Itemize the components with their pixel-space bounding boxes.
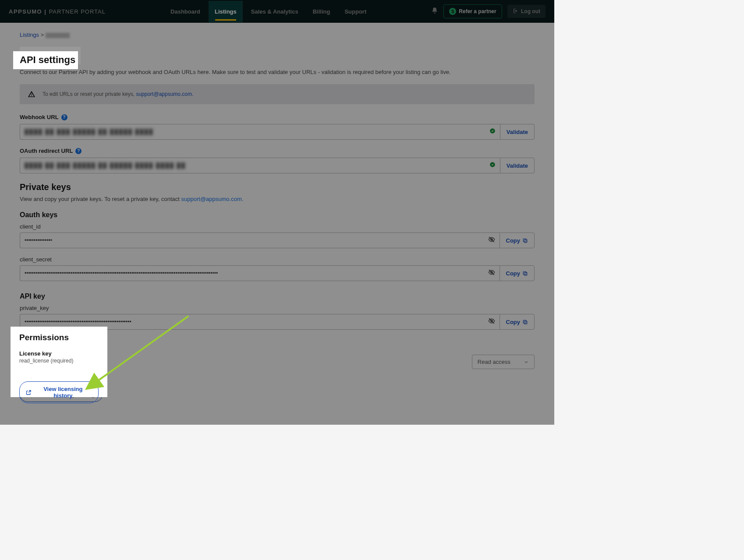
eye-off-icon[interactable]: [488, 317, 495, 326]
private-key-row: ••••••••••••••••••••••••••••••••••••••••…: [20, 314, 535, 330]
eye-off-icon[interactable]: [488, 236, 495, 245]
nav-listings[interactable]: Listings: [209, 1, 243, 22]
validate-oauth-button[interactable]: Validate: [500, 158, 535, 173]
client-secret-value: ••••••••••••••••••••••••••••••••••••••••…: [25, 270, 218, 276]
client-id-row: ••••••••••••••• Copy: [20, 232, 535, 248]
chevron-down-icon: [524, 359, 529, 365]
private-key-value: ••••••••••••••••••••••••••••••••••••••••…: [25, 319, 131, 325]
permissions-heading: Permissions: [20, 341, 535, 351]
client-id-input[interactable]: •••••••••••••••: [20, 232, 500, 248]
read-access-label: Read access: [478, 359, 510, 365]
copy-icon: [522, 319, 528, 325]
private-keys-heading: Private keys: [20, 182, 535, 192]
nav-support[interactable]: Support: [338, 1, 372, 22]
copy-private-key-button[interactable]: Copy: [500, 314, 535, 330]
webhook-url-row: ████ ██ ███ █████ ██ █████ ████ Validate: [20, 124, 535, 140]
help-icon[interactable]: ?: [61, 114, 67, 120]
brand-sep: |: [44, 8, 46, 15]
validated-check-icon: [489, 128, 496, 136]
copy-icon: [522, 271, 528, 276]
main-nav: Dashboard Listings Sales & Analytics Bil…: [164, 1, 372, 22]
alert-text: To edit URLs or reset your private keys,…: [43, 91, 193, 97]
client-secret-input[interactable]: ••••••••••••••••••••••••••••••••••••••••…: [20, 265, 500, 281]
oauth-url-value-redacted: ████ ██ ███ █████ ██ █████ ████ ████ ██: [25, 162, 186, 169]
top-nav-bar: APPSUMO | PARTNER PORTAL Dashboard Listi…: [0, 0, 554, 23]
client-secret-row: ••••••••••••••••••••••••••••••••••••••••…: [20, 265, 535, 281]
private-key-input[interactable]: ••••••••••••••••••••••••••••••••••••••••…: [20, 314, 500, 330]
oauth-url-row: ████ ██ ███ █████ ██ █████ ████ ████ ██ …: [20, 158, 535, 173]
svg-rect-12: [524, 321, 527, 324]
brand-logo: APPSUMO | PARTNER PORTAL: [9, 8, 106, 15]
breadcrumb-listings[interactable]: Listings: [20, 32, 39, 38]
webhook-url-label: Webhook URL ?: [20, 114, 535, 120]
client-id-label: client_id: [20, 223, 535, 230]
nav-sales-analytics[interactable]: Sales & Analytics: [245, 1, 305, 22]
app-window: APPSUMO | PARTNER PORTAL Dashboard Listi…: [0, 0, 554, 425]
page-title: API settings: [20, 47, 81, 64]
webhook-url-input[interactable]: ████ ██ ███ █████ ██ █████ ████: [20, 124, 500, 140]
validate-webhook-button[interactable]: Validate: [500, 124, 535, 140]
page-subtitle: Connect to our Partner API by adding you…: [20, 69, 535, 75]
view-history-label: View licensing history: [35, 391, 95, 398]
external-link-icon: [27, 391, 33, 397]
api-key-heading: API key: [20, 292, 535, 300]
svg-rect-5: [523, 239, 526, 242]
svg-rect-13: [523, 320, 526, 323]
warning-icon: [28, 90, 35, 98]
refer-label: Refer a partner: [459, 8, 496, 14]
notifications-icon[interactable]: [431, 7, 438, 16]
view-licensing-history-button[interactable]: View licensing history: [20, 387, 103, 402]
read-access-dropdown[interactable]: Read access: [472, 355, 535, 369]
nav-dashboard[interactable]: Dashboard: [164, 1, 206, 22]
alert-email-link[interactable]: support@appsumo.com.: [136, 91, 193, 97]
logout-label: Log out: [521, 8, 540, 14]
copy-client-id-button[interactable]: Copy: [500, 232, 535, 248]
nav-billing[interactable]: Billing: [307, 1, 337, 22]
client-secret-label: client_secret: [20, 256, 535, 263]
copy-icon: [522, 238, 528, 243]
refer-partner-button[interactable]: $ Refer a partner: [443, 4, 502, 18]
client-id-value: •••••••••••••••: [25, 237, 52, 243]
brand-app: APPSUMO: [9, 8, 42, 15]
coin-icon: $: [449, 8, 456, 15]
info-alert: To edit URLs or reset your private keys,…: [20, 84, 535, 104]
main-content: Listings > API settings Connect to our P…: [0, 23, 554, 425]
license-key-title: License key: [20, 355, 74, 361]
svg-rect-8: [524, 272, 527, 275]
permissions-row: License key read_license (required) Read…: [20, 355, 535, 369]
breadcrumb: Listings >: [20, 32, 535, 38]
validated-check-icon: [489, 162, 496, 169]
breadcrumb-current-redacted: [46, 33, 70, 38]
logout-button[interactable]: Log out: [507, 5, 546, 18]
support-email-link[interactable]: support@appsumo.com.: [181, 196, 244, 202]
private-keys-sub: View and copy your private keys. To rese…: [20, 196, 535, 202]
help-icon[interactable]: ?: [75, 148, 81, 154]
webhook-url-value-redacted: ████ ██ ███ █████ ██ █████ ████: [25, 129, 154, 135]
eye-off-icon[interactable]: [488, 269, 495, 278]
svg-rect-9: [523, 271, 526, 275]
top-right-actions: $ Refer a partner Log out: [431, 4, 546, 18]
copy-client-secret-button[interactable]: Copy: [500, 265, 535, 281]
oauth-url-input[interactable]: ████ ██ ███ █████ ██ █████ ████ ████ ██: [20, 158, 500, 173]
breadcrumb-sep: >: [41, 32, 44, 38]
svg-rect-4: [524, 239, 527, 243]
private-key-label: private_key: [20, 305, 535, 311]
oauth-keys-heading: Oauth keys: [20, 211, 535, 219]
license-key-perm: License key read_license (required): [20, 355, 74, 368]
license-key-desc: read_license (required): [20, 362, 74, 368]
brand-portal: PARTNER PORTAL: [49, 8, 106, 15]
oauth-url-label: OAuth redirect URL ?: [20, 148, 535, 154]
